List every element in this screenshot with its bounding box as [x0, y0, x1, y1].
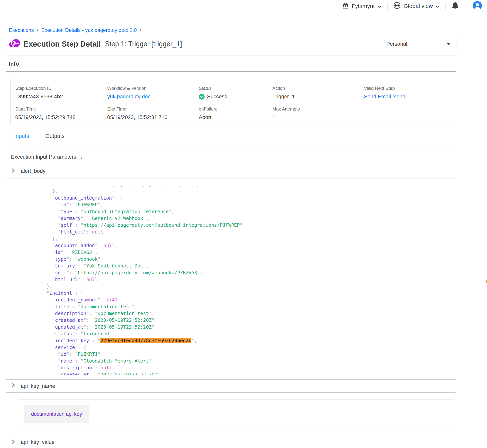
- page-title: Execution Step Detail: [24, 40, 101, 48]
- code-line: "html_url": null: [29, 229, 454, 235]
- main-content: Executions/Execution Details - yuk pager…: [0, 27, 487, 448]
- info-field-value[interactable]: Send Email [send_...: [364, 94, 450, 100]
- code-line: },: [29, 235, 454, 242]
- topbar-divider: [387, 2, 388, 10]
- breadcrumb: Executions/Execution Details - yuk pager…: [9, 27, 456, 33]
- org-name: Fylamynt: [352, 3, 375, 9]
- info-field: End Time05/19/2023, 15:52:31.710: [107, 106, 199, 120]
- code-line: "html_url": null: [29, 276, 454, 283]
- info-field-label: Max Attempts: [272, 106, 364, 112]
- code-line: "type": "webhook",: [29, 256, 454, 263]
- info-field: Start Time05/19/2023, 15:52:29.748: [15, 106, 107, 120]
- info-field: [364, 106, 450, 120]
- info-field-value: 05/19/2023, 15:52:29.748: [15, 114, 107, 120]
- org-switcher[interactable]: Fylamynt: [342, 2, 382, 10]
- api-key-name-chip: documentation api key: [24, 405, 89, 423]
- find-highlight-scroll-marker: [486, 280, 487, 283]
- info-field-label: Start Time: [15, 106, 107, 112]
- status-text: Success: [207, 94, 227, 100]
- code-line: "self": "https://api.pagerduty.com/outbo…: [29, 222, 454, 229]
- info-card: Step Execution ID18992a43-9538-4b2...Wor…: [10, 79, 454, 125]
- code-line: "created_at": "2023-05-19T22:52:20Z": [29, 371, 454, 375]
- info-heading: Info: [9, 61, 456, 67]
- code-line: },: [29, 283, 454, 290]
- code-line: "incident_number": 2741,: [29, 296, 454, 303]
- search-highlighted-text: 229efec8feda44778d3fe692b28aed2b: [100, 338, 191, 343]
- code-line: "html_url": "https://fylamynt.pagerduty.…: [29, 186, 454, 188]
- code-line: "created_at": "2023-05-19T22:52:20Z",: [29, 317, 454, 324]
- chevron-right-icon: [11, 439, 16, 446]
- chevron-down-icon: [378, 3, 382, 9]
- title-row: Execution Step Detail Step 1: Trigger [t…: [6, 38, 456, 50]
- code-line: "incident_key": "229efec8feda44778d3fe69…: [29, 337, 454, 344]
- info-field: StatusSuccess: [199, 86, 272, 100]
- tab-inputs[interactable]: Inputs: [9, 133, 34, 143]
- info-field-label: Valid Next Step: [364, 86, 450, 91]
- caret-down-icon: [446, 43, 451, 45]
- execution-input-parameters-label: Execution Input Parameters: [11, 154, 76, 160]
- success-check-icon: [199, 94, 205, 100]
- tab-bar: InputsOutputs: [6, 133, 456, 143]
- tab-outputs[interactable]: Outputs: [40, 133, 70, 143]
- code-line: "outbound_integration": {: [29, 195, 454, 201]
- code-line: },: [29, 188, 454, 195]
- code-line: "accounts_addon": null,: [29, 242, 454, 249]
- alert-body-json-viewer[interactable]: "html_url": "https://fylamynt.pagerduty.…: [18, 186, 454, 375]
- code-line: "incident": {: [29, 290, 454, 296]
- breadcrumb-link[interactable]: Executions: [9, 27, 34, 33]
- code-line: "status": "triggered",: [29, 330, 454, 337]
- info-field-value: Success: [199, 94, 272, 100]
- info-field-label: onFailure: [199, 106, 272, 112]
- info-field-label: Status: [199, 86, 272, 91]
- code-line: "id": "PUZKRT1",: [29, 351, 454, 358]
- alert-body-label: alert_body: [21, 168, 46, 174]
- code-line: "type": "outbound_integration_reference"…: [29, 208, 454, 215]
- code-line: "description": "Documentation test",: [29, 310, 454, 317]
- info-field-value: Abort: [199, 114, 272, 120]
- code-line: "description": null,: [29, 364, 454, 371]
- code-line: "summary": "Generic V2 Webhook",: [29, 215, 454, 222]
- code-line: "title": "Documentation test",: [29, 303, 454, 310]
- info-field-value: Trigger_1: [272, 94, 364, 100]
- topbar-divider: [446, 2, 446, 10]
- api-key-name-label: api_key_name: [21, 383, 55, 389]
- info-field-label: Workflow & Version: [107, 86, 199, 91]
- api-key-name-value-panel: documentation api key: [18, 399, 454, 429]
- info-field-value: 05/19/2023, 15:52:31.710: [107, 114, 199, 120]
- api-key-value-expander[interactable]: api_key_value: [6, 435, 456, 448]
- code-line: "updated_at": "2023-05-19T22:52:20Z",: [29, 324, 454, 330]
- scope-select[interactable]: Personal: [381, 38, 456, 50]
- info-field-value: 18992a43-9538-4b2...: [15, 94, 107, 100]
- info-field-label: Action: [272, 86, 364, 91]
- view-name: Global view: [404, 3, 433, 9]
- info-field: ActionTrigger_1: [272, 86, 364, 100]
- title-divider: [6, 55, 456, 56]
- view-switcher[interactable]: Global view: [393, 2, 440, 11]
- code-line: "service": {: [29, 344, 454, 351]
- info-field: onFailureAbort: [199, 106, 272, 120]
- info-field: Step Execution ID18992a43-9538-4b2...: [15, 86, 107, 100]
- code-line: "id": "PZB2VG3",: [29, 249, 454, 256]
- chevron-right-icon: [11, 383, 16, 389]
- notifications-bell-icon[interactable]: [451, 2, 459, 10]
- top-bar: Fylamynt Global view: [0, 0, 487, 12]
- code-line: "id": "PJFWPEP",: [29, 201, 454, 208]
- info-field-value[interactable]: yuk pagerduty doc: [107, 94, 199, 100]
- api-key-name-expander[interactable]: api_key_name: [6, 380, 456, 393]
- user-avatar[interactable]: [473, 1, 482, 11]
- chevron-right-icon: [11, 168, 16, 175]
- code-line: "self": "https://api.pagerduty.com/webho…: [29, 269, 454, 276]
- bank-icon: [342, 2, 349, 10]
- chevron-down-icon: [436, 3, 440, 9]
- info-field-label: Step Execution ID: [15, 86, 107, 91]
- execution-input-parameters-header: Execution Input Parameters ↓: [6, 150, 456, 164]
- info-field-value: 1: [272, 114, 364, 120]
- info-field: Max Attempts1: [272, 106, 364, 120]
- info-field-label: End Time: [107, 106, 199, 112]
- workflow-step-logo-icon: [9, 38, 21, 50]
- info-field: Workflow & Versionyuk pagerduty doc: [107, 86, 199, 100]
- breadcrumb-link[interactable]: Execution Details - yuk pagerduty doc: 2…: [41, 27, 137, 33]
- alert-body-expander[interactable]: alert_body: [6, 164, 456, 178]
- download-arrow-icon[interactable]: ↓: [81, 153, 83, 160]
- code-line: "summary": "Yuk Spot Connect Doc",: [29, 263, 454, 269]
